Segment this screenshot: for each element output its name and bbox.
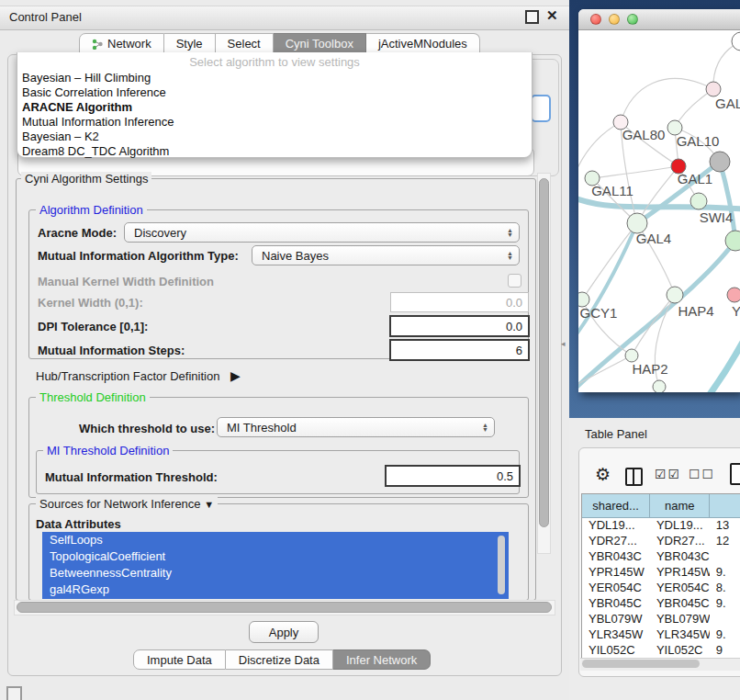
network-edge[interactable] (582, 223, 637, 299)
network-edge[interactable] (578, 122, 621, 176)
settings-hscrollbar-thumb[interactable] (17, 602, 552, 613)
data-attributes-label: Data Attributes (36, 517, 121, 531)
network-node-hap2[interactable] (625, 349, 638, 362)
table-cell: YIL052C (650, 643, 710, 659)
table-cell: 9. (710, 565, 740, 581)
algorithm-option[interactable]: Basic Correlation Inference (17, 85, 532, 100)
table-cell: YER054C (650, 581, 710, 596)
deselect-all-columns-icon[interactable]: ☐☐ (689, 467, 715, 481)
network-node[interactable] (732, 32, 740, 51)
table-row[interactable]: YPR145WYPR145W9. (582, 565, 740, 581)
tab-cyni-toolbox[interactable]: Cyni Toolbox (274, 33, 366, 54)
algorithm-dropdown-prompt: Select algorithm to view settings (17, 52, 532, 71)
table-hscrollbar-thumb[interactable] (582, 660, 700, 668)
node-label: GAL80 (622, 127, 666, 142)
settings-vscrollbar-thumb[interactable] (539, 178, 549, 527)
network-node-y[interactable] (727, 288, 740, 302)
table-row[interactable]: YLR345WYLR345W9. (582, 627, 740, 643)
minimize-traffic-icon[interactable] (609, 14, 620, 25)
network-view-window[interactable]: GAL7GAL80GAL10GAL1GAL11SWI4GAL4GCY1HAP4Y… (578, 9, 740, 392)
float-panel-icon[interactable] (525, 10, 539, 24)
network-edge[interactable] (675, 89, 713, 128)
tab-style[interactable]: Style (164, 33, 216, 54)
close-traffic-icon[interactable] (590, 14, 601, 25)
attribute-item[interactable]: SelfLoops (42, 532, 509, 548)
mi-threshold-label: Mutual Information Threshold: (45, 470, 218, 484)
data-attributes-list[interactable]: SelfLoopsTopologicalCoefficientBetweenne… (42, 532, 509, 599)
minimized-panel-icon[interactable] (6, 686, 22, 700)
bottom-tab-discretize-data[interactable]: Discretize Data (226, 649, 333, 670)
apply-button[interactable]: Apply (249, 621, 319, 643)
algorithm-option[interactable]: ARACNE Algorithm (17, 100, 532, 115)
which-threshold-select[interactable]: MI Threshold ▲▼ (217, 417, 495, 437)
network-edge[interactable] (621, 78, 713, 122)
algorithm-option[interactable]: Bayesian – Hill Climbing (17, 71, 532, 85)
expand-right-icon[interactable]: ▶ (230, 368, 241, 383)
node-label: GCY1 (580, 305, 618, 321)
collapse-down-icon[interactable]: ▼ (204, 499, 214, 510)
attribute-list-scrollbar[interactable] (498, 536, 505, 594)
focused-spinner-fragment[interactable] (531, 95, 551, 122)
tab-network[interactable]: Network (79, 33, 164, 54)
network-edge[interactable] (720, 162, 735, 241)
close-icon[interactable]: ✕ (546, 7, 558, 24)
network-node-swi4[interactable] (690, 193, 707, 209)
network-node-hap4[interactable] (667, 287, 683, 303)
network-edge[interactable] (578, 223, 637, 342)
table-row[interactable]: YDR27...YDR27...12 (582, 534, 740, 549)
table-row[interactable]: YBR045CYBR045C9. (582, 596, 740, 612)
bottom-tab-infer-network[interactable]: Infer Network (333, 649, 431, 670)
network-edge[interactable] (684, 337, 740, 392)
table-cell: YBL079W (582, 612, 650, 627)
split-columns-icon[interactable] (625, 468, 643, 486)
algorithm-option[interactable]: Mutual Information Inference (17, 115, 532, 130)
sources-group-title[interactable]: Sources for Network Inference ▼ (36, 497, 218, 511)
table-cell: YIL052C (582, 643, 650, 659)
column-header[interactable]: shared... (582, 494, 650, 518)
table-row[interactable]: YDL19...YDL19...13 (582, 518, 740, 534)
network-edge[interactable] (592, 166, 678, 178)
table-cell: YDL19... (582, 518, 650, 534)
table-cell: YLR345W (650, 627, 710, 643)
network-node[interactable] (653, 380, 666, 392)
dpi-tolerance-field[interactable]: 0.0 (389, 315, 530, 337)
table-cell: YDL19... (650, 518, 710, 534)
table-panel-title: Table Panel (585, 427, 647, 441)
mi-threshold-field[interactable]: 0.5 (385, 465, 521, 487)
attribute-item[interactable]: TopologicalCoefficient (42, 548, 509, 565)
table-row[interactable]: YER054CYER054C8. (582, 581, 740, 596)
zoom-traffic-icon[interactable] (627, 14, 638, 25)
network-window-titlebar[interactable] (578, 9, 740, 30)
tab-select[interactable]: Select (216, 33, 274, 54)
network-edge[interactable] (632, 295, 675, 356)
hub-definition-toggle[interactable]: Hub/Transcription Factor Definition ▶ (36, 368, 241, 383)
column-header[interactable]: name (650, 494, 710, 518)
tab-jactivemnodules[interactable]: jActiveMNodules (366, 33, 480, 54)
gear-icon[interactable]: ⚙ (595, 464, 611, 485)
mi-algorithm-type-value: Naive Bayes (262, 249, 329, 263)
node-label: GAL4 (636, 231, 671, 246)
attribute-item[interactable]: BetweennessCentrality (42, 565, 509, 581)
aracne-mode-select[interactable]: Discovery ▲▼ (124, 222, 520, 243)
attribute-item[interactable]: gal4RGexp (42, 581, 509, 598)
network-node[interactable] (710, 152, 730, 172)
network-node-gal7[interactable] (706, 82, 721, 96)
table-row[interactable]: YBL079WYBL079W (582, 612, 740, 627)
node-label: GAL11 (591, 183, 633, 198)
kernel-width-field[interactable]: 0.0 (390, 292, 529, 312)
mi-algorithm-type-select[interactable]: Naive Bayes ▲▼ (252, 245, 520, 265)
table-row[interactable]: YIL052CYIL052C9 (582, 643, 740, 659)
algorithm-option[interactable]: Dream8 DC_TDC Algorithm (17, 144, 532, 159)
splitter-handle-icon[interactable]: ◂ (561, 339, 566, 348)
manual-kernel-width-checkbox[interactable] (508, 274, 521, 288)
document-icon[interactable] (730, 463, 740, 485)
algorithm-option[interactable]: Bayesian – K2 (17, 130, 532, 144)
network-canvas[interactable]: GAL7GAL80GAL10GAL1GAL11SWI4GAL4GCY1HAP4Y… (578, 29, 740, 392)
mi-steps-field[interactable]: 6 (389, 339, 530, 361)
bottom-tab-impute-data[interactable]: Impute Data (133, 649, 226, 670)
select-all-columns-icon[interactable]: ☑☑ (655, 467, 681, 481)
mi-threshold-group-title: MI Threshold Definition (43, 444, 173, 457)
column-header[interactable] (710, 494, 740, 518)
table-row[interactable]: YBR043CYBR043C (582, 549, 740, 565)
table-header-row: shared...name (582, 494, 740, 518)
